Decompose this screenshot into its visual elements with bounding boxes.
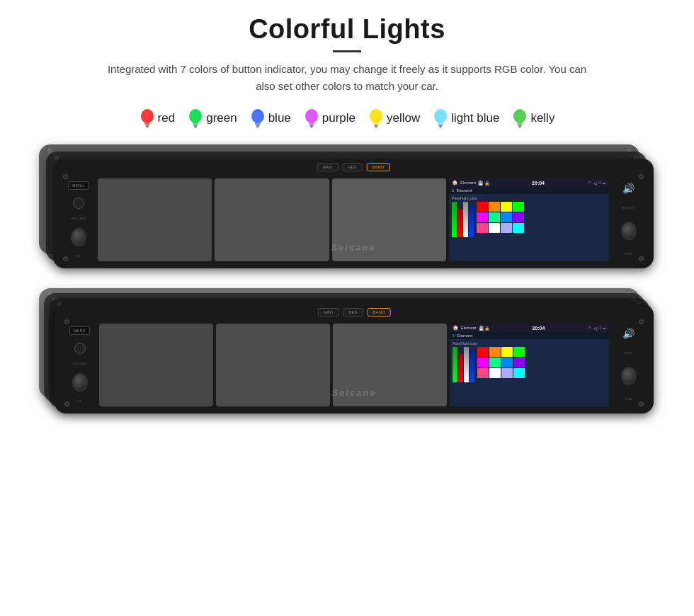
screen2-header-bar: 🏠 Element 💾 🔒 20:04 📱 ◁ □ ↩ (450, 324, 609, 332)
color-display (452, 202, 606, 237)
screen2-header-left: 🏠 Element 💾 🔒 (453, 325, 490, 331)
screen-header-icons: 📱 ◁ □ ↩ (587, 181, 606, 186)
navi-btn[interactable]: NAVI (317, 163, 339, 171)
menu-label-2[interactable]: MENU (69, 326, 90, 335)
color-item-light-blue: light blue (433, 108, 499, 129)
svg-rect-26 (518, 125, 522, 126)
screen-grey2-2 (216, 324, 330, 406)
vol-label-left-2: VOL (76, 399, 82, 403)
color-display-2 (453, 347, 606, 382)
svg-point-8 (251, 109, 264, 123)
right-controls: 🔊 NO CARD TUNE (609, 166, 648, 261)
page-container: Colorful Lights Integrated with 7 colors… (0, 0, 694, 616)
color-item-purple: purple (304, 108, 355, 129)
color-indicators-row: red green blue purple yellow light blue (140, 108, 555, 129)
corner-dot-br-2 (639, 401, 644, 406)
page-subtitle: Integrated with 7 colors of button indic… (99, 61, 595, 95)
corner-dot-br (639, 256, 644, 261)
screen2-sub-header: ≡ Element (450, 332, 609, 339)
pwr-knob[interactable] (71, 228, 86, 246)
svg-rect-25 (517, 122, 523, 125)
screen-content-area: Panel light color (449, 194, 609, 261)
gps-label-left: GPS CARD (71, 217, 86, 220)
corner-dot-tr-2 (639, 319, 644, 324)
color-label-kelly: kelly (530, 111, 554, 125)
screen-panels-2: 🏠 Element 💾 🔒 20:04 📱 ◁ □ ↩ (99, 324, 609, 406)
screen-header-left: 🏠 Element 💾 🔒 (452, 180, 489, 186)
svg-rect-2 (145, 125, 149, 126)
no-card-label: NO CARD (622, 206, 635, 210)
tune-label-2: TUNE (625, 397, 632, 401)
bulb-icon-kelly (512, 108, 528, 129)
svg-rect-27 (518, 126, 521, 127)
screen-grey2-3 (333, 324, 447, 406)
svg-rect-13 (309, 122, 314, 125)
corner-dot-tl (63, 174, 68, 179)
top-nav-buttons: NAVI RES BAND (317, 163, 390, 171)
svg-rect-1 (144, 122, 150, 125)
res-btn[interactable]: RES (342, 163, 362, 171)
svg-rect-17 (373, 122, 379, 125)
color-grid-display-2 (477, 347, 525, 382)
left-controls: MENU GPS CARD VOL (59, 166, 98, 261)
svg-rect-15 (310, 126, 313, 127)
navi-btn-2[interactable]: NAVI (318, 308, 339, 316)
corner-dot-bl-2 (64, 401, 69, 406)
menu-label[interactable]: MENU (68, 181, 89, 190)
page-title: Colorful Lights (249, 14, 445, 45)
speaker-icon-right: 🔊 (622, 183, 635, 194)
color-bars-display-2 (453, 347, 474, 382)
color-label-blue: blue (268, 111, 291, 125)
screen-element-label: Element (457, 188, 472, 193)
screen2-content-area: Panel light color (450, 339, 609, 406)
color-label-red: red (158, 111, 176, 125)
pwr-knob-2[interactable] (72, 373, 88, 392)
left-controls-2: MENU GPS CARD VOL (60, 311, 99, 406)
color-label-yellow: yellow (387, 111, 420, 125)
tune-knob[interactable] (621, 222, 637, 240)
svg-rect-3 (146, 126, 149, 127)
screen-header-bar: 🏠 Element 💾 🔒 20:04 📱 ◁ □ ↩ (449, 178, 609, 187)
svg-point-4 (189, 109, 202, 123)
top-nav-buttons-2: NAVI RES BAND (318, 308, 391, 316)
svg-rect-18 (374, 125, 378, 126)
svg-rect-19 (375, 126, 377, 127)
device-row-bottom: NAVI RES BAND MENU GPS CARD (28, 288, 666, 419)
svg-rect-6 (193, 125, 198, 126)
color-item-yellow: yellow (368, 108, 420, 129)
screen-grey2-1 (99, 324, 213, 406)
band-btn[interactable]: BAND (367, 163, 390, 171)
res-btn-2[interactable]: RES (343, 308, 363, 316)
band-btn-2[interactable]: BAND (368, 308, 391, 316)
corner-dot-tr (639, 174, 644, 179)
color-item-green: green (188, 108, 237, 129)
svg-point-24 (513, 109, 526, 123)
speaker-icon-right-2: 🔊 (622, 328, 635, 339)
svg-point-16 (370, 109, 382, 123)
color-label-purple: purple (322, 111, 355, 125)
left-knob[interactable] (73, 198, 84, 209)
corner-dot-bl (63, 256, 68, 261)
screen2-time: 20:04 (532, 326, 545, 331)
screen-sub-header: ≡ Element (449, 187, 609, 194)
tune-knob-2[interactable] (621, 367, 637, 385)
svg-rect-11 (256, 126, 259, 127)
panel-light-label-2: Panel light color (453, 341, 606, 346)
radio-unit2-front: NAVI RES BAND MENU GPS CARD (55, 304, 654, 413)
color-item-blue: blue (250, 108, 291, 129)
corner-dot-tl-2 (64, 319, 69, 324)
bulb-icon-red (140, 108, 155, 129)
svg-point-20 (434, 109, 447, 123)
devices-section: NAVI RES BAND MENU GPS CARD (28, 144, 666, 419)
screen2-title: Element (461, 326, 477, 330)
color-grid-display (477, 202, 524, 237)
screen-grey-2 (215, 178, 329, 261)
svg-point-12 (305, 109, 318, 123)
screen2-header-icons: 📱 ◁ □ ↩ (587, 326, 606, 331)
tune-label: TUNE (625, 252, 632, 256)
bulb-icon-light-blue (433, 108, 448, 129)
mute-label-2: MUTE (625, 351, 632, 355)
color-item-red: red (140, 108, 176, 129)
color-label-green: green (206, 111, 237, 125)
left-knob-2[interactable] (74, 343, 86, 354)
